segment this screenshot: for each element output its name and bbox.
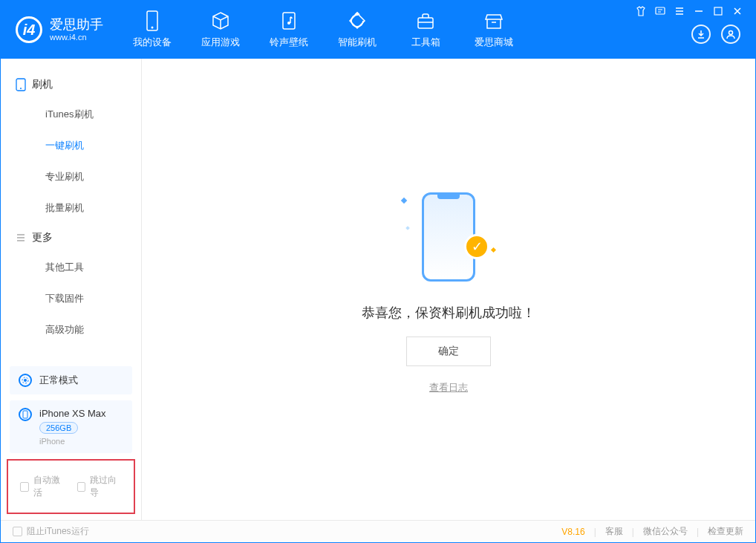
device-mini-icon bbox=[19, 408, 32, 421]
tab-label: 爱思商城 bbox=[475, 36, 513, 49]
device-name: iPhone XS Max bbox=[39, 408, 106, 419]
sidebar-item-batch-flash[interactable]: 批量刷机 bbox=[1, 192, 141, 224]
store-icon bbox=[483, 10, 504, 31]
ok-button[interactable]: 确定 bbox=[406, 336, 491, 366]
footer: 阻止iTunes运行 V8.16 | 客服 | 微信公众号 | 检查更新 bbox=[1, 520, 755, 542]
sidebar-item-itunes-flash[interactable]: iTunes刷机 bbox=[1, 99, 141, 130]
version-label: V8.16 bbox=[561, 527, 584, 537]
sidebar-group-flash: 刷机 bbox=[1, 71, 141, 99]
checkbox-label: 自动激活 bbox=[33, 474, 65, 499]
sidebar-item-advanced[interactable]: 高级功能 bbox=[1, 314, 141, 345]
svg-point-1 bbox=[151, 27, 154, 29]
svg-rect-6 bbox=[714, 7, 722, 15]
checkbox-icon bbox=[20, 482, 29, 492]
user-profile-button[interactable] bbox=[721, 25, 740, 44]
wechat-link[interactable]: 微信公众号 bbox=[643, 525, 688, 538]
nav-tabs: 我的设备 应用游戏 铃声壁纸 智能刷机 工具箱 爱思商城 bbox=[118, 1, 528, 59]
app-subtitle: www.i4.cn bbox=[50, 33, 103, 42]
main-content: ✓ 恭喜您，保资料刷机成功啦！ 确定 查看日志 bbox=[142, 59, 755, 520]
checkmark-badge-icon: ✓ bbox=[464, 234, 489, 259]
tab-apps-games[interactable]: 应用游戏 bbox=[186, 1, 255, 59]
highlighted-checkbox-row: 自动激活 跳过向导 bbox=[7, 459, 135, 514]
sidebar-item-pro-flash[interactable]: 专业刷机 bbox=[1, 161, 141, 192]
device-icon bbox=[142, 10, 163, 31]
checkbox-block-itunes[interactable]: 阻止iTunes运行 bbox=[13, 525, 89, 538]
toolbox-icon bbox=[415, 10, 436, 31]
device-type: iPhone bbox=[39, 437, 106, 446]
svg-rect-5 bbox=[656, 7, 665, 14]
app-title: 爱思助手 bbox=[50, 18, 103, 33]
checkbox-icon bbox=[77, 482, 86, 492]
phone-illustration-icon bbox=[422, 192, 475, 282]
tab-toolbox[interactable]: 工具箱 bbox=[391, 1, 460, 59]
music-icon bbox=[278, 10, 299, 31]
checkbox-label: 跳过向导 bbox=[90, 474, 122, 499]
group-title: 更多 bbox=[32, 231, 53, 244]
download-button[interactable] bbox=[691, 25, 711, 44]
svg-point-3 bbox=[287, 22, 290, 25]
mode-label: 正常模式 bbox=[39, 374, 78, 387]
phone-icon bbox=[16, 78, 26, 91]
group-title: 刷机 bbox=[32, 78, 53, 91]
sidebar-item-other-tools[interactable]: 其他工具 bbox=[1, 252, 141, 283]
svg-rect-2 bbox=[283, 13, 295, 29]
sidebar-group-more: 更多 bbox=[1, 224, 141, 252]
window-controls bbox=[635, 1, 749, 17]
checkbox-skip-guide[interactable]: 跳过向导 bbox=[77, 474, 123, 499]
checkbox-auto-activate[interactable]: 自动激活 bbox=[20, 474, 65, 499]
view-log-link[interactable]: 查看日志 bbox=[429, 381, 468, 394]
tab-label: 我的设备 bbox=[133, 36, 172, 49]
cube-icon bbox=[210, 10, 231, 31]
success-message: 恭喜您，保资料刷机成功啦！ bbox=[362, 304, 535, 322]
minimize-button[interactable] bbox=[693, 5, 705, 17]
device-box[interactable]: iPhone XS Max 256GB iPhone bbox=[10, 400, 132, 453]
svg-point-9 bbox=[20, 88, 22, 89]
maximize-button[interactable] bbox=[712, 5, 724, 17]
svg-rect-4 bbox=[418, 18, 433, 28]
close-button[interactable] bbox=[731, 5, 743, 17]
tab-label: 工具箱 bbox=[411, 36, 440, 49]
tab-smart-flash[interactable]: 智能刷机 bbox=[323, 1, 391, 59]
success-illustration: ✓ bbox=[400, 185, 497, 289]
checkbox-icon bbox=[13, 527, 22, 536]
support-link[interactable]: 客服 bbox=[605, 525, 623, 538]
svg-point-7 bbox=[729, 31, 733, 35]
check-update-link[interactable]: 检查更新 bbox=[708, 525, 743, 538]
device-storage: 256GB bbox=[39, 422, 78, 434]
tab-label: 智能刷机 bbox=[338, 36, 377, 49]
shirt-icon[interactable] bbox=[635, 5, 647, 17]
tab-my-device[interactable]: 我的设备 bbox=[118, 1, 186, 59]
app-header: i4 爱思助手 www.i4.cn 我的设备 应用游戏 铃声壁纸 智能刷机 工具… bbox=[1, 1, 755, 59]
tab-label: 铃声壁纸 bbox=[270, 36, 308, 49]
checkbox-label: 阻止iTunes运行 bbox=[27, 525, 89, 538]
tab-store[interactable]: 爱思商城 bbox=[460, 1, 528, 59]
svg-rect-12 bbox=[23, 411, 27, 418]
feedback-icon[interactable] bbox=[654, 5, 666, 17]
mode-box[interactable]: 正常模式 bbox=[10, 366, 132, 394]
list-icon bbox=[16, 233, 26, 243]
app-logo-icon: i4 bbox=[16, 16, 42, 43]
sidebar-item-oneclick-flash[interactable]: 一键刷机 bbox=[1, 130, 141, 161]
svg-point-10 bbox=[24, 379, 27, 382]
sidebar: 刷机 iTunes刷机 一键刷机 专业刷机 批量刷机 更多 其他工具 下载固件 … bbox=[1, 59, 142, 520]
tab-label: 应用游戏 bbox=[201, 36, 240, 49]
refresh-icon bbox=[347, 10, 368, 31]
logo-section: i4 爱思助手 www.i4.cn bbox=[1, 16, 118, 43]
tab-ringtone-wallpaper[interactable]: 铃声壁纸 bbox=[255, 1, 323, 59]
mode-icon bbox=[19, 374, 32, 387]
sidebar-item-download-firmware[interactable]: 下载固件 bbox=[1, 283, 141, 314]
menu-icon[interactable] bbox=[674, 5, 685, 17]
